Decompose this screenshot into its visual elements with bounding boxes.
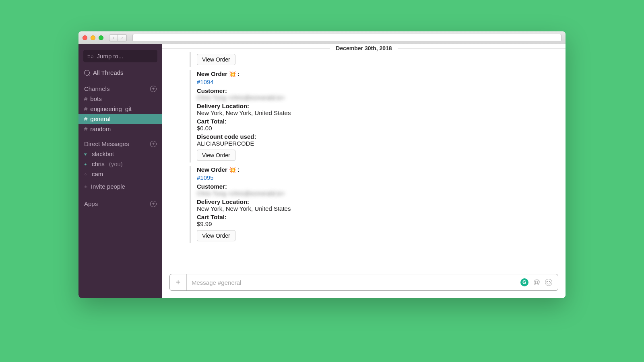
hash-icon: # [84, 105, 87, 112]
dm-header-label: Direct Messages [84, 140, 129, 147]
sidebar-dm-chris[interactable]: ● chris (you) [78, 159, 162, 169]
cart-total-label: Cart Total: [197, 214, 556, 220]
dm-section-header: Direct Messages + [78, 134, 162, 149]
discount-label: Discount code used: [197, 133, 556, 140]
message-composer: + G @ [162, 274, 566, 298]
presence-online-icon: ● [84, 162, 89, 167]
jump-to-icon: ≡⌕ [87, 53, 94, 59]
customer-value: Chris Tung <chris@exmerald.io> [197, 94, 556, 101]
main-panel: December 30th, 2018 View Order New Order… [162, 44, 566, 298]
apps-section-header: Apps + [78, 194, 162, 209]
order-attachment: View Order [190, 52, 556, 67]
delivery-value: New York, New York, United States [197, 205, 556, 212]
order-title-colon: : [236, 166, 239, 173]
composer-icons: G @ [520, 278, 558, 286]
minimize-window-button[interactable] [91, 35, 95, 40]
sidebar-channel-engineering-git[interactable]: # engineering_git [78, 104, 162, 114]
collision-icon: 💥 [229, 71, 236, 77]
channel-label: random [90, 125, 111, 132]
add-channel-button[interactable]: + [150, 86, 157, 92]
maximize-window-button[interactable] [99, 35, 103, 40]
all-threads-label: All Threads [93, 69, 124, 76]
collision-icon: 💥 [229, 167, 236, 173]
channel-label: engineering_git [90, 105, 132, 112]
titlebar: ‹ › [78, 31, 566, 44]
hash-icon: # [84, 125, 87, 132]
url-bar[interactable] [132, 34, 561, 42]
message-input[interactable] [187, 279, 520, 286]
view-order-button[interactable]: View Order [197, 150, 235, 161]
jump-to-button[interactable]: ≡⌕ Jump to... [83, 50, 157, 62]
dm-label: chris [92, 160, 105, 167]
composer-inner: + G @ [169, 274, 558, 291]
threads-icon [84, 70, 90, 76]
cart-total-value: $9.99 [197, 220, 556, 227]
order-attachment: New Order 💥 : #1094 Customer: Chris Tung… [190, 70, 556, 162]
view-order-button[interactable]: View Order [197, 230, 235, 241]
order-title-text: New Order [197, 166, 227, 173]
sidebar: ≡⌕ Jump to... All Threads Channels + # b… [78, 44, 162, 298]
view-order-button[interactable]: View Order [197, 54, 235, 65]
sidebar-dm-cam[interactable]: ○ cam [78, 169, 162, 179]
presence-heart-icon: ♥ [84, 152, 89, 156]
delivery-value: New York, New York, United States [197, 109, 556, 116]
content: ≡⌕ Jump to... All Threads Channels + # b… [78, 44, 566, 298]
app-window: ‹ › ≡⌕ Jump to... All Threads Channels +… [78, 31, 566, 298]
delivery-label: Delivery Location: [197, 198, 556, 205]
date-divider-label: December 30th, 2018 [330, 45, 397, 51]
jump-to-label: Jump to... [97, 53, 124, 60]
close-window-button[interactable] [83, 35, 87, 40]
channel-label: general [90, 115, 110, 122]
channels-section-header: Channels + [78, 79, 162, 94]
customer-label: Customer: [197, 87, 556, 94]
nav-buttons: ‹ › [109, 34, 127, 41]
order-link[interactable]: #1094 [197, 78, 214, 85]
add-dm-button[interactable]: + [150, 141, 157, 147]
invite-label: Invite people [91, 183, 125, 190]
nav-forward-button[interactable]: › [118, 34, 127, 41]
sidebar-dm-slackbot[interactable]: ♥ slackbot [78, 149, 162, 159]
plus-icon: + [84, 183, 88, 190]
order-link[interactable]: #1095 [197, 174, 214, 181]
order-title-text: New Order [197, 70, 227, 77]
dm-label: slackbot [92, 150, 114, 157]
messages-list: View Order New Order 💥 : #1094 Customer:… [162, 52, 566, 274]
you-label: (you) [109, 160, 123, 167]
mention-icon[interactable]: @ [533, 278, 540, 286]
order-title-colon: : [236, 70, 239, 77]
invite-people-link[interactable]: + Invite people [78, 179, 162, 194]
delivery-label: Delivery Location: [197, 103, 556, 109]
emoji-icon[interactable] [545, 279, 552, 286]
date-divider: December 30th, 2018 [162, 44, 566, 52]
add-app-button[interactable]: + [150, 201, 157, 207]
order-title: New Order 💥 : [197, 166, 556, 173]
hash-icon: # [84, 95, 87, 102]
grammarly-icon[interactable]: G [520, 278, 528, 286]
nav-back-button[interactable]: ‹ [109, 34, 118, 41]
cart-total-label: Cart Total: [197, 118, 556, 125]
composer-attach-button[interactable]: + [170, 274, 187, 290]
sidebar-channel-bots[interactable]: # bots [78, 94, 162, 104]
customer-label: Customer: [197, 183, 556, 190]
customer-value: Chris Tung <chris@exmerald.io> [197, 190, 556, 197]
presence-offline-icon: ○ [84, 172, 89, 177]
apps-header-label: Apps [84, 200, 98, 207]
window-controls [83, 35, 103, 40]
hash-icon: # [84, 115, 87, 122]
dm-label: cam [92, 171, 103, 177]
discount-value: ALICIASUPERCODE [197, 140, 556, 147]
order-attachment: New Order 💥 : #1095 Customer: Chris Tung… [190, 166, 556, 243]
cart-total-value: $0.00 [197, 125, 556, 132]
channel-label: bots [90, 95, 101, 102]
sidebar-channel-random[interactable]: # random [78, 124, 162, 134]
channels-header-label: Channels [84, 85, 109, 92]
all-threads-link[interactable]: All Threads [78, 66, 162, 79]
sidebar-channel-general[interactable]: # general [78, 114, 162, 124]
order-title: New Order 💥 : [197, 70, 556, 77]
